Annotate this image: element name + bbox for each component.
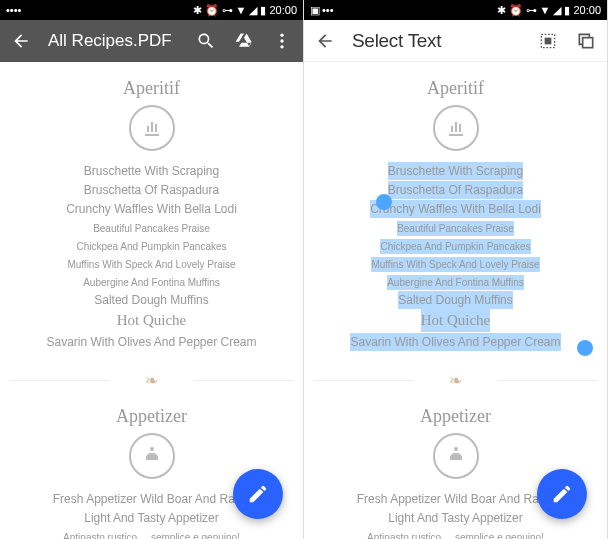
menu-item: Light And Tasty Appetizer: [84, 509, 219, 527]
menu-item: Bruschette With Scraping: [84, 162, 219, 180]
menu-item-selected[interactable]: Savarin With Olives And Pepper Cream: [350, 333, 560, 351]
svg-point-2: [280, 45, 283, 48]
status-bar: ▣ ••• ✱ ⏰ ⊶ ▼ ◢ ▮ 20:00: [304, 0, 607, 20]
menu-item: Antipasto rustico ... semplice e genuino…: [367, 530, 544, 540]
key-icon: ⊶: [526, 4, 537, 17]
selection-handle-start[interactable]: [376, 194, 392, 210]
toolbar: All Recipes.PDF: [0, 20, 303, 62]
menu-item: Beautiful Pancakes Praise: [93, 221, 210, 236]
bluetooth-icon: ✱: [497, 4, 506, 17]
menu-item: Fresh Appetizer Wild Boar And Raspi: [357, 490, 554, 508]
section-title-aperitif: Aperitif: [314, 78, 597, 99]
bluetooth-icon: ✱: [193, 4, 202, 17]
battery-icon: ▮: [564, 4, 570, 17]
menu-item: Bruschetta Of Raspadura: [84, 181, 219, 199]
screen-right-select-text: ▣ ••• ✱ ⏰ ⊶ ▼ ◢ ▮ 20:00 Select Text Aper…: [304, 0, 608, 539]
svg-point-1: [280, 39, 283, 42]
appetizer-icon: [129, 433, 175, 479]
toolbar-title: Select Text: [352, 30, 521, 52]
back-button[interactable]: [10, 30, 32, 52]
wifi-icon: ▼: [236, 4, 247, 16]
section-divider: ❧: [314, 371, 597, 390]
section-title-appetizer: Appetizer: [10, 406, 293, 427]
back-button[interactable]: [314, 30, 336, 52]
menu-item-selected[interactable]: Salted Dough Muffins: [398, 291, 513, 309]
aperitif-icon: [129, 105, 175, 151]
section-title-aperitif: Aperitif: [10, 78, 293, 99]
menu-item: Light And Tasty Appetizer: [388, 509, 523, 527]
section-title-appetizer: Appetizer: [314, 406, 597, 427]
search-button[interactable]: [195, 30, 217, 52]
edit-fab[interactable]: [537, 469, 587, 519]
alarm-icon: ⏰: [509, 4, 523, 17]
menu-item: Salted Dough Muffins: [94, 291, 209, 309]
menu-item: Fresh Appetizer Wild Boar And Raspi: [53, 490, 250, 508]
aperitif-items: Bruschette With Scraping Bruschetta Of R…: [314, 161, 597, 351]
signal-icon: ◢: [553, 4, 561, 17]
menu-item: Hot Quiche: [117, 309, 187, 332]
menu-item: Savarin With Olives And Pepper Cream: [46, 333, 256, 351]
screen-left-pdf-viewer: •••• ✱ ⏰ ⊶ ▼ ◢ ▮ 20:00 All Recipes.PDF A…: [0, 0, 304, 539]
status-time: 20:00: [573, 4, 601, 16]
status-time: 20:00: [269, 4, 297, 16]
menu-item: Chickpea And Pumpkin Pancakes: [76, 239, 226, 254]
menu-item: Muffins With Speck And Lovely Praise: [67, 257, 235, 272]
toolbar-title: All Recipes.PDF: [48, 31, 179, 51]
svg-point-0: [280, 34, 283, 37]
menu-item: Aubergine And Fontina Muffins: [83, 275, 220, 290]
menu-item: Crunchy Waffles With Bella Lodi: [66, 200, 237, 218]
appetizer-icon: [433, 433, 479, 479]
menu-item-selected[interactable]: Muffins With Speck And Lovely Praise: [371, 257, 539, 272]
selection-handle-end[interactable]: [577, 340, 593, 356]
signal-icon: ◢: [249, 4, 257, 17]
status-dots-icon: ••••: [6, 4, 21, 16]
copy-button[interactable]: [575, 30, 597, 52]
menu-item-selected[interactable]: Chickpea And Pumpkin Pancakes: [380, 239, 530, 254]
toolbar: Select Text: [304, 20, 607, 62]
svg-rect-5: [583, 37, 593, 47]
aperitif-items: Bruschette With Scraping Bruschetta Of R…: [10, 161, 293, 351]
menu-item: Antipasto rustico ... semplice e genuino…: [63, 530, 240, 540]
edit-fab[interactable]: [233, 469, 283, 519]
status-dots-icon: •••: [322, 4, 334, 16]
pdf-content[interactable]: Aperitif Bruschette With Scraping Brusch…: [0, 62, 303, 539]
menu-item-selected[interactable]: Crunchy Waffles With Bella Lodi: [370, 200, 541, 218]
menu-item-selected[interactable]: Aubergine And Fontina Muffins: [387, 275, 524, 290]
select-all-button[interactable]: [537, 30, 559, 52]
overflow-menu-button[interactable]: [271, 30, 293, 52]
svg-rect-4: [545, 37, 552, 44]
alarm-icon: ⏰: [205, 4, 219, 17]
image-icon: ▣: [310, 4, 320, 17]
status-bar: •••• ✱ ⏰ ⊶ ▼ ◢ ▮ 20:00: [0, 0, 303, 20]
menu-item-selected[interactable]: Beautiful Pancakes Praise: [397, 221, 514, 236]
menu-item-selected[interactable]: Bruschetta Of Raspadura: [388, 181, 523, 199]
drive-button[interactable]: [233, 30, 255, 52]
battery-icon: ▮: [260, 4, 266, 17]
menu-item-selected[interactable]: Bruschette With Scraping: [388, 162, 523, 180]
menu-item-selected[interactable]: Hot Quiche: [421, 309, 491, 332]
wifi-icon: ▼: [540, 4, 551, 16]
pdf-content[interactable]: Aperitif Bruschette With Scraping Brusch…: [304, 62, 607, 539]
section-divider: ❧: [10, 371, 293, 390]
aperitif-icon: [433, 105, 479, 151]
key-icon: ⊶: [222, 4, 233, 17]
